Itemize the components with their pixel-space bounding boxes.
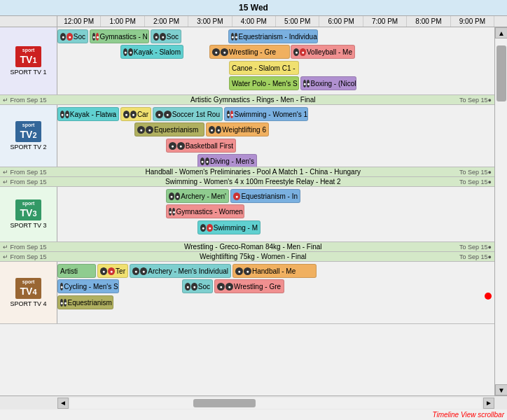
event-archery-1[interactable]: ●● Archery - Men': [166, 189, 229, 203]
status-bar: Timeline View scrollbar: [0, 410, 507, 420]
event-canoe[interactable]: Canoe - Slalom C1 -: [229, 61, 299, 75]
time-200: 2:00 PM: [145, 16, 188, 27]
time-300: 3:00 PM: [188, 16, 232, 27]
channels-area: sport TV1 SPORT TV 1 ●● Soc ●● Gym: [0, 27, 494, 396]
event-basketball[interactable]: ●● Basketball First: [166, 139, 236, 153]
event-canoe-2[interactable]: ●● Car: [120, 107, 151, 121]
event-gymnastics-women[interactable]: ●● Gymnastics - Women - Qu: [166, 204, 244, 218]
event-cycling[interactable]: ● Cycling - Men's S: [57, 279, 119, 293]
event-wrestling-1[interactable]: ●● Wrestling - Gre: [209, 45, 290, 59]
date-header: 15 Wed: [0, 0, 507, 16]
event-waterpolo[interactable]: Water Polo - Men's S: [229, 76, 299, 90]
channel-name-tv4: SPORT TV 4: [10, 300, 46, 307]
time-500: 5:00 PM: [276, 16, 319, 27]
timeline-tv1: ●● Soc ●● Gymnastics - N ●● Soc ●● Eques…: [57, 27, 494, 94]
banner-tv3-1: ↵ From Sep 15 Handball - Women's Prelimi…: [0, 167, 494, 177]
event-soccer-round[interactable]: ●● Soccer 1st Rou: [153, 107, 223, 121]
event-wrestling-tv4[interactable]: ●● Wrestling - Gre: [214, 279, 284, 293]
channel-row-tv1: sport TV1 SPORT TV 1 ●● Soc ●● Gym: [0, 27, 494, 95]
event-boxing[interactable]: ●● Boxing - (Nicol: [300, 76, 356, 90]
channel-name-tv3: SPORT TV 3: [10, 222, 46, 229]
event-archery-men-ind[interactable]: ●● Archery - Men's Individual: [130, 264, 231, 278]
channel-logo-tv1: sport TV1 SPORT TV 1: [0, 27, 57, 94]
banner-tv4-1: ↵ From Sep 15 Wrestling - Greco-Roman 84…: [0, 242, 494, 252]
channel-logo-tv4: sport TV4 SPORT TV 4: [0, 262, 57, 323]
channel-logo-tv3: sport TV3 SPORT TV 3: [0, 187, 57, 241]
event-kayak-flat[interactable]: ●● Kayak - Flatwa: [57, 107, 119, 121]
time-700: 7:00 PM: [363, 16, 407, 27]
event-weightlifting[interactable]: ●● Weightlifting 6: [206, 122, 269, 136]
h-scroll-left-button[interactable]: ◄: [57, 398, 69, 409]
event-diving[interactable]: ●● Diving - Men's: [197, 154, 257, 167]
scroll-header-spacer: [494, 16, 507, 27]
time-800: 8:00 PM: [407, 16, 450, 27]
banner-tv4-2: ↵ From Sep 15 Weightlifting 75kg - Women…: [0, 252, 494, 262]
timeline-tv3: ●● Archery - Men' ● Equestrianism - In ●…: [57, 187, 494, 241]
horizontal-scroll-area: ◄ ►: [0, 396, 507, 410]
event-tennis[interactable]: ●● Ter: [97, 264, 128, 278]
main-area: sport TV1 SPORT TV 1 ●● Soc ●● Gym: [0, 27, 507, 396]
scroll-track[interactable]: [495, 38, 507, 384]
channel-row-tv4: sport TV4 SPORT TV 4 Artisti ●● Te: [0, 262, 494, 324]
date-label: 15 Wed: [239, 3, 268, 13]
time-header-row: 12:00 PM 1:00 PM 2:00 PM 3:00 PM 4:00 PM…: [0, 16, 507, 27]
event-volleyball[interactable]: ●● Volleyball - Me: [291, 45, 355, 59]
event-swimming-men[interactable]: ●● Swimming - M: [197, 220, 261, 234]
banner-tv3-2: ↵ From Sep 15 Swimming - Women's 4 x 100…: [0, 177, 494, 187]
vertical-scrollbar: ▲ ▼: [494, 27, 507, 396]
event-soccer-tv4[interactable]: ●● Soc: [182, 279, 213, 293]
event-equestrianism-ind[interactable]: ● Equestrianism - In: [230, 189, 300, 203]
timeline-tv2: ●● Kayak - Flatwa ●● Car ●● Soccer 1st R…: [57, 105, 494, 167]
main-container: 15 Wed 12:00 PM 1:00 PM 2:00 PM 3:00 PM …: [0, 0, 507, 420]
event-swimming-womens[interactable]: ●● Swimming - Women's 100: [224, 107, 308, 121]
red-dot-indicator: [485, 293, 492, 300]
time-100: 1:00 PM: [101, 16, 144, 27]
status-label: Timeline View scrollbar: [432, 411, 504, 419]
time-1200: 12:00 PM: [57, 16, 101, 27]
channel-row-tv2: sport TV2 SPORT TV 2 ●● Kayak - Flatwa: [0, 105, 494, 167]
event-handball-men[interactable]: ●● Handball - Me: [232, 264, 317, 278]
event-soccer-1[interactable]: ●● Soc: [57, 29, 88, 43]
event-gymnastics-1[interactable]: ●● Gymnastics - N: [90, 29, 149, 43]
time-headers: 12:00 PM 1:00 PM 2:00 PM 3:00 PM 4:00 PM…: [57, 16, 494, 27]
time-900: 9:00 PM: [451, 16, 494, 27]
scroll-up-button[interactable]: ▲: [495, 27, 507, 38]
time-600: 6:00 PM: [319, 16, 363, 27]
channel-logo-tv2: sport TV2 SPORT TV 2: [0, 105, 57, 167]
event-kayak-slalom[interactable]: ●● Kayak - Slalom: [120, 45, 183, 59]
scroll-down-button[interactable]: ▼: [495, 384, 507, 396]
banner-tv2-1: ↵ From Sep 15 Artistic Gymnastics - Ring…: [0, 95, 494, 105]
h-scroll-track[interactable]: [70, 398, 482, 409]
channel-name-tv1: SPORT TV 1: [10, 69, 46, 76]
channel-name-tv2: SPORT TV 2: [10, 144, 46, 150]
event-equestrianism-2[interactable]: ●● Equestrianism: [134, 122, 204, 136]
event-soccer-2[interactable]: ●● Soc: [151, 29, 181, 43]
channel-header-spacer: [0, 16, 57, 27]
channel-row-tv3: sport TV3 SPORT TV 3 ●● Archery - Men': [0, 187, 494, 242]
timeline-tv4: Artisti ●● Ter ●● Archery - Men's Indivi…: [57, 262, 494, 323]
h-scroll-thumb[interactable]: [193, 399, 255, 407]
h-scroll-right-button[interactable]: ►: [483, 398, 494, 409]
event-equestrianism-tv4[interactable]: ●● Equestrianism: [57, 295, 113, 309]
scroll-thumb[interactable]: [496, 46, 506, 102]
event-artistic[interactable]: Artisti: [57, 264, 96, 278]
time-400: 4:00 PM: [232, 16, 276, 27]
event-equestrianism-1[interactable]: ●● Equestrianism - Individual: [228, 29, 318, 43]
